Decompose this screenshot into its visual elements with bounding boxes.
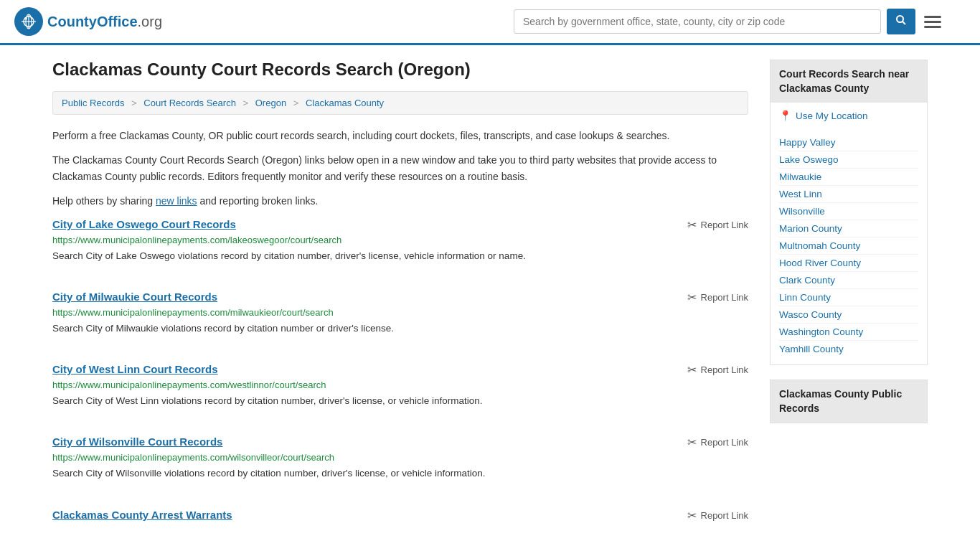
- sidebar-nearby-link[interactable]: Happy Valley: [779, 134, 918, 151]
- sidebar-links-container: Happy ValleyLake OswegoMilwaukieWest Lin…: [779, 134, 918, 357]
- breadcrumb-public-records[interactable]: Public Records: [62, 98, 124, 108]
- sidebar-nearby-link[interactable]: Lake Oswego: [779, 151, 918, 169]
- report-link[interactable]: ✂ Report Link: [687, 435, 748, 449]
- record-description: Search City of Lake Oswego violations re…: [52, 249, 748, 263]
- nearby-body: 📍 Use My Location Happy ValleyLake Osweg…: [771, 103, 927, 364]
- record-title[interactable]: City of West Linn Court Records: [52, 363, 218, 375]
- new-links-link[interactable]: new links: [156, 195, 197, 207]
- sidebar-nearby-link[interactable]: Milwaukie: [779, 169, 918, 186]
- report-link[interactable]: ✂ Report Link: [687, 291, 748, 304]
- location-icon: 📍: [779, 110, 791, 121]
- report-link-label: Report Link: [701, 292, 748, 303]
- breadcrumb-sep: >: [243, 98, 249, 108]
- report-icon: ✂: [687, 218, 697, 232]
- report-icon: ✂: [687, 363, 697, 377]
- report-link-label: Report Link: [701, 437, 748, 448]
- record-header: City of Milwaukie Court Records ✂ Report…: [52, 291, 748, 304]
- breadcrumb-oregon[interactable]: Oregon: [255, 98, 286, 108]
- record-description: Search City of West Linn violations reco…: [52, 394, 748, 408]
- sidebar: Court Records Search near Clackamas Coun…: [770, 60, 928, 551]
- search-button[interactable]: [887, 9, 915, 34]
- record-header: Clackamas County Arrest Warrants ✂ Repor…: [52, 509, 748, 522]
- svg-point-5: [24, 17, 27, 20]
- menu-line: [924, 26, 941, 28]
- breadcrumb-sep: >: [293, 98, 299, 108]
- svg-line-7: [903, 22, 905, 24]
- page-title: Clackamas County Court Records Search (O…: [52, 60, 748, 80]
- nearby-header: Court Records Search near Clackamas Coun…: [771, 60, 927, 103]
- record-title[interactable]: City of Lake Oswego Court Records: [52, 218, 236, 230]
- record-url[interactable]: https://www.municipalonlinepayments.com/…: [52, 452, 748, 463]
- sidebar-nearby-link[interactable]: Washington County: [779, 324, 918, 341]
- sidebar-nearby-link[interactable]: Wasco County: [779, 306, 918, 324]
- main-container: Clackamas County Court Records Search (O…: [31, 45, 949, 551]
- record-entry: City of Milwaukie Court Records ✂ Report…: [52, 291, 748, 343]
- description-2: The Clackamas County Court Records Searc…: [52, 152, 748, 184]
- logo-text: CountyOffice.org: [47, 14, 162, 30]
- description-3: Help others by sharing new links and rep…: [52, 193, 748, 209]
- record-url[interactable]: https://www.municipalonlinepayments.com/…: [52, 235, 748, 245]
- sidebar-nearby-link[interactable]: Linn County: [779, 289, 918, 306]
- record-title[interactable]: Clackamas County Arrest Warrants: [52, 509, 232, 521]
- menu-line: [924, 21, 941, 23]
- sidebar-nearby-link[interactable]: Yamhill County: [779, 341, 918, 357]
- search-area: [514, 9, 944, 34]
- record-entry: City of West Linn Court Records ✂ Report…: [52, 363, 748, 415]
- report-icon: ✂: [687, 435, 697, 449]
- record-entry: City of Wilsonville Court Records ✂ Repo…: [52, 435, 748, 488]
- report-icon: ✂: [687, 291, 697, 304]
- report-link-label: Report Link: [701, 510, 748, 521]
- sidebar-nearby-link[interactable]: Marion County: [779, 220, 918, 237]
- svg-point-6: [897, 16, 903, 22]
- record-header: City of Lake Oswego Court Records ✂ Repo…: [52, 218, 748, 232]
- breadcrumb-clackamas[interactable]: Clackamas County: [306, 98, 384, 108]
- report-link-label: Report Link: [701, 220, 748, 230]
- record-header: City of Wilsonville Court Records ✂ Repo…: [52, 435, 748, 449]
- menu-line: [924, 16, 941, 18]
- record-entry: Clackamas County Arrest Warrants ✂ Repor…: [52, 509, 748, 532]
- report-link[interactable]: ✂ Report Link: [687, 363, 748, 377]
- breadcrumb-court-records[interactable]: Court Records Search: [143, 98, 236, 108]
- sidebar-nearby-link[interactable]: Clark County: [779, 272, 918, 289]
- nearby-section: Court Records Search near Clackamas Coun…: [770, 60, 928, 365]
- description-1: Perform a free Clackamas County, OR publ…: [52, 128, 748, 143]
- public-records-header: Clackamas County Public Records: [771, 380, 927, 423]
- record-title[interactable]: City of Wilsonville Court Records: [52, 435, 222, 448]
- record-title[interactable]: City of Milwaukie Court Records: [52, 291, 217, 303]
- breadcrumb-sep: >: [131, 98, 137, 108]
- use-my-location[interactable]: 📍 Use My Location: [779, 110, 918, 127]
- record-header: City of West Linn Court Records ✂ Report…: [52, 363, 748, 377]
- site-header: CountyOffice.org: [0, 0, 980, 45]
- logo[interactable]: CountyOffice.org: [14, 7, 162, 36]
- record-description: Search City of Milwaukie violations reco…: [52, 321, 748, 336]
- public-records-section: Clackamas County Public Records: [770, 380, 928, 423]
- search-input[interactable]: [514, 9, 881, 34]
- record-url[interactable]: https://www.municipalonlinepayments.com/…: [52, 307, 748, 318]
- report-icon: ✂: [687, 509, 697, 522]
- report-link[interactable]: ✂ Report Link: [687, 218, 748, 232]
- records-list: City of Lake Oswego Court Records ✂ Repo…: [52, 218, 748, 532]
- record-entry: City of Lake Oswego Court Records ✂ Repo…: [52, 218, 748, 270]
- record-description: Search City of Wilsonville violations re…: [52, 466, 748, 481]
- hamburger-menu-button[interactable]: [921, 13, 944, 31]
- report-link-label: Report Link: [701, 364, 748, 375]
- sidebar-nearby-link[interactable]: Multnomah County: [779, 237, 918, 255]
- use-location-link[interactable]: Use My Location: [796, 110, 868, 121]
- content-area: Clackamas County Court Records Search (O…: [52, 60, 748, 551]
- sidebar-nearby-link[interactable]: Wilsonville: [779, 203, 918, 220]
- report-link[interactable]: ✂ Report Link: [687, 509, 748, 522]
- record-url[interactable]: https://www.municipalonlinepayments.com/…: [52, 380, 748, 390]
- sidebar-nearby-link[interactable]: West Linn: [779, 186, 918, 203]
- breadcrumb: Public Records > Court Records Search > …: [52, 91, 748, 115]
- sidebar-nearby-link[interactable]: Hood River County: [779, 255, 918, 272]
- logo-icon: [14, 7, 43, 36]
